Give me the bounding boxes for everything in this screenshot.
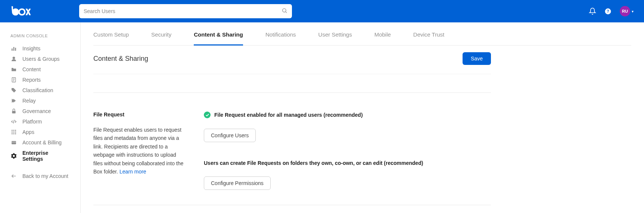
header-right: ? RU ▾ bbox=[589, 6, 634, 16]
arrow-left-icon bbox=[10, 173, 17, 179]
sidebar-item-content[interactable]: Content bbox=[0, 64, 80, 75]
document-icon bbox=[10, 77, 17, 83]
sidebar-item-users-groups[interactable]: Users & Groups bbox=[0, 54, 80, 64]
enabled-status-text: File Request enabled for all managed use… bbox=[214, 112, 363, 118]
svg-rect-23 bbox=[12, 141, 16, 144]
learn-more-link[interactable]: Learn more bbox=[119, 169, 146, 175]
sidebar-item-account-billing[interactable]: Account & Billing bbox=[0, 137, 80, 148]
section-left: File Request File Request enables users … bbox=[93, 112, 184, 190]
svg-point-7 bbox=[13, 57, 15, 59]
user-icon bbox=[10, 56, 17, 62]
notification-icon[interactable] bbox=[589, 7, 596, 15]
back-to-account[interactable]: Back to my Account bbox=[0, 171, 80, 181]
save-button[interactable]: Save bbox=[463, 52, 491, 65]
card-icon bbox=[10, 140, 17, 145]
sidebar-item-label: Reports bbox=[22, 77, 41, 83]
folder-icon bbox=[10, 66, 17, 72]
top-header: ? RU ▾ bbox=[0, 0, 644, 22]
sidebar-item-label: Content bbox=[22, 66, 41, 72]
svg-rect-6 bbox=[15, 48, 16, 51]
svg-rect-12 bbox=[12, 111, 15, 113]
sidebar-item-label: Insights bbox=[22, 46, 40, 51]
page-title: Content & Sharing bbox=[93, 55, 148, 63]
svg-rect-20 bbox=[12, 133, 13, 134]
sidebar-item-label: Apps bbox=[22, 129, 34, 135]
back-label: Back to my Account bbox=[22, 173, 68, 179]
user-menu[interactable]: RU ▾ bbox=[620, 6, 634, 16]
avatar: RU bbox=[620, 6, 630, 16]
sidebar-item-label: Classification bbox=[22, 87, 53, 93]
svg-line-13 bbox=[13, 120, 15, 123]
layout: ADMIN CONSOLE Insights Users & Groups Co… bbox=[0, 22, 644, 213]
sidebar-item-label: Platform bbox=[22, 119, 42, 125]
permissions-title: Users can create File Requests on folder… bbox=[204, 160, 491, 166]
gear-icon bbox=[10, 153, 17, 159]
permissions-block: Users can create File Requests on folder… bbox=[204, 160, 491, 190]
page-header: Content & Sharing Save bbox=[93, 46, 491, 74]
svg-point-0 bbox=[283, 9, 286, 12]
sidebar: ADMIN CONSOLE Insights Users & Groups Co… bbox=[0, 22, 81, 213]
relay-icon bbox=[10, 98, 17, 104]
tag-icon bbox=[10, 87, 17, 93]
tab-device-trust[interactable]: Device Trust bbox=[413, 22, 444, 46]
configure-users-button[interactable]: Configure Users bbox=[204, 129, 256, 142]
svg-rect-19 bbox=[15, 132, 16, 133]
check-icon bbox=[204, 112, 211, 118]
svg-rect-17 bbox=[12, 132, 13, 133]
svg-rect-21 bbox=[13, 133, 15, 134]
search-icon bbox=[281, 8, 287, 15]
tab-notifications[interactable]: Notifications bbox=[265, 22, 296, 46]
search-input[interactable] bbox=[79, 4, 292, 18]
svg-text:?: ? bbox=[607, 9, 609, 13]
file-request-title: File Request bbox=[93, 112, 184, 118]
section-right: File Request enabled for all managed use… bbox=[204, 112, 491, 190]
tab-custom-setup[interactable]: Custom Setup bbox=[93, 22, 129, 46]
sidebar-item-label: Users & Groups bbox=[22, 56, 60, 62]
enabled-status-row: File Request enabled for all managed use… bbox=[204, 112, 491, 118]
sidebar-item-governance[interactable]: Governance bbox=[0, 106, 80, 116]
tab-mobile[interactable]: Mobile bbox=[374, 22, 391, 46]
main-content: Custom Setup Security Content & Sharing … bbox=[81, 22, 644, 213]
configure-permissions-button[interactable]: Configure Permissions bbox=[204, 176, 271, 190]
box-logo[interactable] bbox=[11, 6, 31, 16]
sidebar-item-platform[interactable]: Platform bbox=[0, 116, 80, 127]
tab-content-sharing[interactable]: Content & Sharing bbox=[194, 22, 243, 46]
sidebar-label: ADMIN CONSOLE bbox=[0, 34, 80, 43]
sidebar-item-label: Enterprise Settings bbox=[22, 150, 70, 162]
chevron-down-icon: ▾ bbox=[632, 9, 634, 13]
svg-line-1 bbox=[286, 12, 287, 13]
search-wrap bbox=[79, 4, 292, 18]
sidebar-item-apps[interactable]: Apps bbox=[0, 127, 80, 137]
help-icon[interactable]: ? bbox=[604, 8, 612, 15]
grid-icon bbox=[10, 129, 17, 135]
code-icon bbox=[10, 119, 17, 125]
svg-rect-24 bbox=[12, 142, 16, 142]
chart-icon bbox=[10, 46, 17, 51]
svg-rect-4 bbox=[12, 48, 13, 51]
lock-icon bbox=[10, 108, 17, 114]
sidebar-item-relay[interactable]: Relay bbox=[0, 95, 80, 106]
sidebar-item-label: Account & Billing bbox=[22, 140, 62, 145]
sidebar-item-label: Relay bbox=[22, 98, 36, 104]
svg-rect-14 bbox=[12, 130, 13, 131]
sidebar-item-insights[interactable]: Insights bbox=[0, 43, 80, 54]
spacer-divider bbox=[93, 74, 491, 93]
tab-security[interactable]: Security bbox=[151, 22, 171, 46]
svg-rect-16 bbox=[15, 130, 16, 131]
svg-rect-22 bbox=[15, 133, 16, 134]
svg-rect-18 bbox=[13, 132, 15, 133]
tab-user-settings[interactable]: User Settings bbox=[318, 22, 352, 46]
tabs: Custom Setup Security Content & Sharing … bbox=[93, 22, 631, 46]
sidebar-item-label: Governance bbox=[22, 108, 51, 114]
file-request-description: File Request enables users to request fi… bbox=[93, 126, 184, 176]
sidebar-item-enterprise-settings[interactable]: Enterprise Settings bbox=[0, 148, 80, 164]
sidebar-item-reports[interactable]: Reports bbox=[0, 75, 80, 85]
file-request-section: File Request File Request enables users … bbox=[93, 93, 491, 205]
svg-rect-5 bbox=[13, 47, 15, 51]
svg-rect-15 bbox=[13, 130, 15, 131]
description-text: File Request enables users to request fi… bbox=[93, 127, 183, 175]
sidebar-item-classification[interactable]: Classification bbox=[0, 85, 80, 95]
